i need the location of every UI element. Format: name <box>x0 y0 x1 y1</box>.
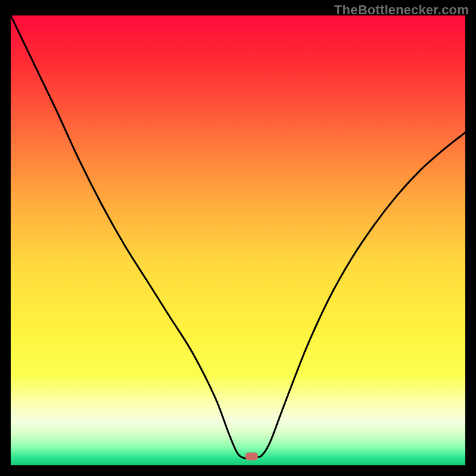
bottleneck-marker <box>245 452 258 460</box>
bottleneck-chart <box>11 15 465 465</box>
gradient-background <box>11 15 465 465</box>
chart-frame: TheBottlenecker.com <box>0 0 476 476</box>
